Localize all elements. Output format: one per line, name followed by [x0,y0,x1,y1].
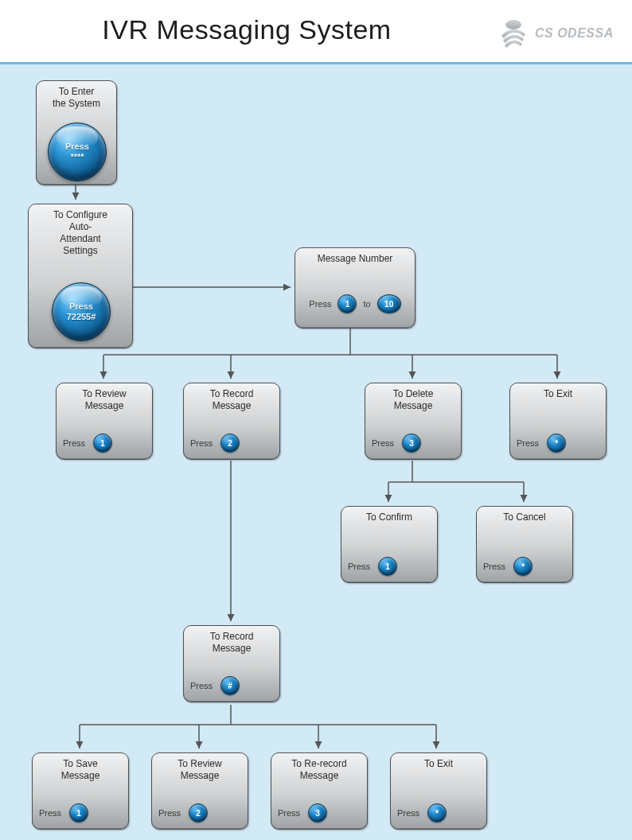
node-title: To Cancel [477,507,572,523]
press-label: Press [309,299,331,309]
press-row: Press 2 [158,803,208,822]
node-exit-2: To Exit Press * [390,752,487,830]
node-save-message: To Save Message Press 1 [32,752,129,830]
node-title: To Save Message [33,753,128,782]
press-row: Press * [483,557,533,576]
key-button[interactable]: * [547,434,566,453]
logo-swirl-icon [497,17,530,50]
node-review-message-2: To Review Message Press 2 [151,752,248,830]
press-row: Press 1 to 10 [295,294,415,313]
press-label: Press [190,438,213,448]
node-title: To Review Message [152,753,248,782]
big-key-label: Press [65,142,89,152]
press-label: Press [517,438,539,448]
node-title: To Confirm [341,507,437,523]
node-message-number: Message Number Press 1 to 10 [295,247,415,329]
press-key-enter[interactable]: Press **** [48,122,107,181]
node-title: Message Number [295,248,415,265]
key-button[interactable]: 1 [93,434,112,453]
press-label: Press [39,808,61,818]
node-title: To Record Message [184,626,279,655]
press-row: Press * [397,803,447,822]
key-button[interactable]: 3 [402,434,421,453]
key-button[interactable]: 2 [220,434,240,453]
node-rerecord-message: To Re-record Message Press 3 [271,752,368,830]
press-row: Press # [190,676,240,695]
key-button[interactable]: 1 [69,803,88,822]
page-title: IVR Messaging System [0,14,494,45]
press-label: Press [348,562,370,571]
header: IVR Messaging System [0,0,632,64]
big-key-code: **** [70,152,84,162]
logo-text: CS ODESSA [535,26,614,41]
key-button[interactable]: 10 [377,294,401,313]
node-configure: To Configure Auto- Attendant Settings Pr… [28,204,133,348]
press-row: Press 3 [372,434,421,453]
diagram-canvas: To Enter the System Press **** To Config… [0,64,632,840]
press-label: Press [158,808,181,818]
press-label: Press [63,438,85,448]
press-label: Press [190,681,213,690]
svg-point-0 [505,20,521,29]
big-key-code: 72255# [67,312,96,322]
node-title: To Re-record Message [271,753,367,782]
press-row: Press * [517,434,566,453]
key-button[interactable]: 1 [378,557,397,576]
key-button[interactable]: * [513,557,533,576]
node-title: To Review Message [57,383,152,412]
press-key-configure[interactable]: Press 72255# [52,282,111,341]
logo: CS ODESSA [497,14,616,52]
node-delete-message: To Delete Message Press 3 [365,383,462,460]
node-enter-system: To Enter the System Press **** [36,80,117,185]
node-cancel: To Cancel Press * [476,506,573,583]
key-button[interactable]: 3 [308,803,327,822]
node-exit: To Exit Press * [509,383,607,460]
press-label: Press [483,562,505,571]
key-button[interactable]: 1 [337,294,357,313]
node-record-message-hash: To Record Message Press # [183,625,280,702]
node-title: To Exit [510,383,606,400]
node-title: To Exit [391,753,486,770]
node-title: To Record Message [184,383,279,412]
key-button[interactable]: 2 [189,803,208,822]
node-record-message: To Record Message Press 2 [183,383,280,460]
key-button[interactable]: # [220,676,240,695]
press-row: Press 1 [39,803,88,822]
node-title: To Configure Auto- Attendant Settings [29,204,132,257]
node-title: To Enter the System [37,81,116,110]
press-row: Press 1 [63,434,112,453]
node-review-message: To Review Message Press 1 [56,383,153,460]
press-label: Press [372,438,394,448]
node-title: To Delete Message [365,383,461,412]
press-label: Press [397,808,419,818]
page: IVR Messaging System [0,0,632,840]
press-label: Press [278,808,300,818]
press-row: Press 2 [190,434,240,453]
big-key-label: Press [69,301,93,312]
to-label: to [363,299,370,309]
press-row: Press 3 [278,803,327,822]
key-button[interactable]: * [427,803,447,822]
node-confirm: To Confirm Press 1 [341,506,438,583]
press-row: Press 1 [348,557,397,576]
